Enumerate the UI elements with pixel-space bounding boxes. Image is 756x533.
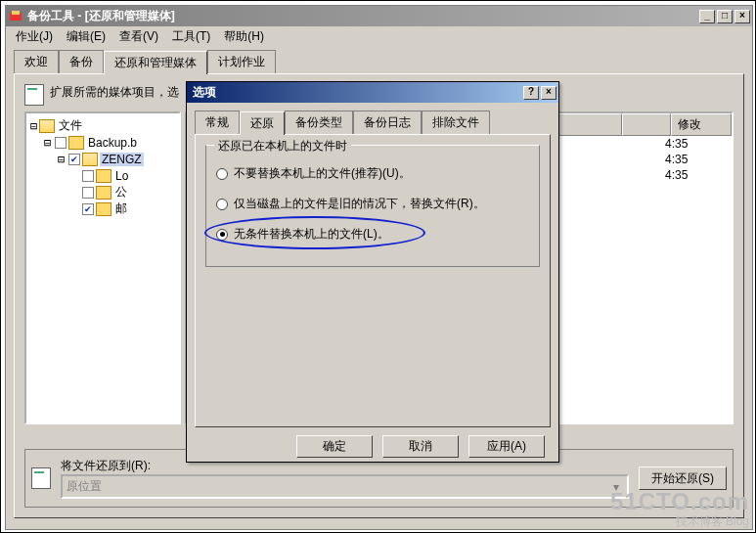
instruction-text: 扩展所需的媒体项目，选 [50, 84, 179, 101]
folder-icon [96, 202, 111, 216]
restore-to-value: 原位置 [67, 478, 102, 495]
radio-icon[interactable] [216, 199, 228, 210]
main-title: 备份工具 - [还原和管理媒体] [27, 8, 699, 24]
checkbox[interactable] [82, 203, 94, 215]
main-titlebar[interactable]: 备份工具 - [还原和管理媒体] _ □ × [6, 6, 752, 26]
radio-no-replace[interactable]: 不要替换本机上的文件(推荐)(U)。 [216, 165, 529, 182]
cancel-button[interactable]: 取消 [382, 435, 459, 458]
folder-open-icon [82, 153, 98, 166]
checkbox[interactable] [55, 137, 67, 149]
menubar: 作业(J) 编辑(E) 查看(V) 工具(T) 帮助(H) [6, 26, 752, 46]
help-button[interactable]: ? [523, 86, 539, 100]
col-size[interactable] [622, 113, 671, 136]
dlg-tab-exclude[interactable]: 排除文件 [422, 111, 490, 134]
dlg-tab-backup-log[interactable]: 备份日志 [353, 111, 422, 134]
restore-to-combo[interactable]: 原位置 ▾ [61, 474, 629, 499]
tree-item-zengz[interactable]: ⊟ ZENGZ [28, 151, 177, 167]
menu-view[interactable]: 查看(V) [113, 26, 164, 47]
tab-restore[interactable]: 还原和管理媒体 [104, 51, 207, 74]
col-modified[interactable]: 修改 [671, 113, 732, 136]
folder-icon [96, 186, 111, 200]
dialog-title: 选项 [189, 84, 523, 101]
radio-always-replace[interactable]: 无条件替换本机上的文件(L)。 [216, 226, 529, 243]
menu-edit[interactable]: 编辑(E) [61, 26, 111, 47]
main-tab-strip: 欢迎 备份 还原和管理媒体 计划作业 [6, 46, 752, 73]
checkbox[interactable] [82, 170, 94, 182]
folder-icon [96, 169, 111, 183]
dlg-tab-backup-type[interactable]: 备份类型 [285, 111, 353, 134]
folder-icon [68, 136, 84, 150]
menu-help[interactable]: 帮助(H) [218, 26, 270, 47]
options-dialog: 选项 ? × 常规 还原 备份类型 备份日志 排除文件 还原已在本机上的文件时 … [186, 81, 559, 463]
tab-welcome[interactable]: 欢迎 [14, 50, 59, 73]
menu-tools[interactable]: 工具(T) [166, 26, 216, 47]
tree-item-lo[interactable]: Lo [28, 167, 177, 184]
dlg-tab-restore[interactable]: 还原 [240, 111, 285, 135]
tab-backup[interactable]: 备份 [59, 50, 104, 73]
dialog-buttons: 确定 取消 应用(A) [187, 435, 558, 467]
apply-button[interactable]: 应用(A) [468, 435, 545, 458]
svg-rect-1 [12, 11, 20, 15]
app-icon [8, 9, 23, 24]
close-button[interactable]: × [734, 10, 750, 23]
menu-job[interactable]: 作业(J) [10, 26, 59, 47]
start-restore-button[interactable]: 开始还原(S) [639, 466, 727, 490]
tree-pane[interactable]: ⊟ 文件 ⊟ Backup.b ⊟ ZENGZ [24, 111, 181, 424]
checkbox[interactable] [82, 187, 94, 199]
tree-item-mail[interactable]: 邮 [28, 200, 177, 217]
dialog-tab-strip: 常规 还原 备份类型 备份日志 排除文件 [187, 103, 558, 134]
restore-icon [31, 467, 51, 489]
minimize-button[interactable]: _ [699, 10, 715, 23]
highlight-ellipse [204, 216, 425, 249]
tree-item-backup[interactable]: ⊟ Backup.b [28, 134, 177, 151]
tree-item-gong[interactable]: 公 [28, 184, 177, 200]
dialog-close-button[interactable]: × [541, 86, 556, 100]
ok-button[interactable]: 确定 [296, 435, 373, 458]
radio-replace-if-older-label: 仅当磁盘上的文件是旧的情况下，替换文件(R)。 [234, 196, 485, 212]
restore-groupbox: 还原已在本机上的文件时 不要替换本机上的文件(推荐)(U)。 仅当磁盘上的文件是… [205, 145, 540, 267]
checkbox[interactable] [68, 154, 80, 165]
radio-replace-if-older[interactable]: 仅当磁盘上的文件是旧的情况下，替换文件(R)。 [216, 196, 529, 212]
dlg-tab-general[interactable]: 常规 [195, 111, 240, 134]
folder-open-icon [39, 119, 55, 133]
maximize-button[interactable]: □ [717, 10, 733, 23]
tab-schedule[interactable]: 计划作业 [207, 50, 276, 73]
dialog-titlebar[interactable]: 选项 ? × [187, 82, 558, 103]
tree-root[interactable]: ⊟ 文件 [28, 117, 177, 134]
group-title: 还原已在本机上的文件时 [214, 138, 351, 155]
chevron-down-icon: ▾ [609, 480, 623, 494]
radio-icon[interactable] [216, 168, 228, 180]
radio-no-replace-label: 不要替换本机上的文件(推荐)(U)。 [234, 165, 411, 182]
instruction-icon [24, 84, 44, 106]
dialog-panel: 还原已在本机上的文件时 不要替换本机上的文件(推荐)(U)。 仅当磁盘上的文件是… [195, 134, 551, 427]
